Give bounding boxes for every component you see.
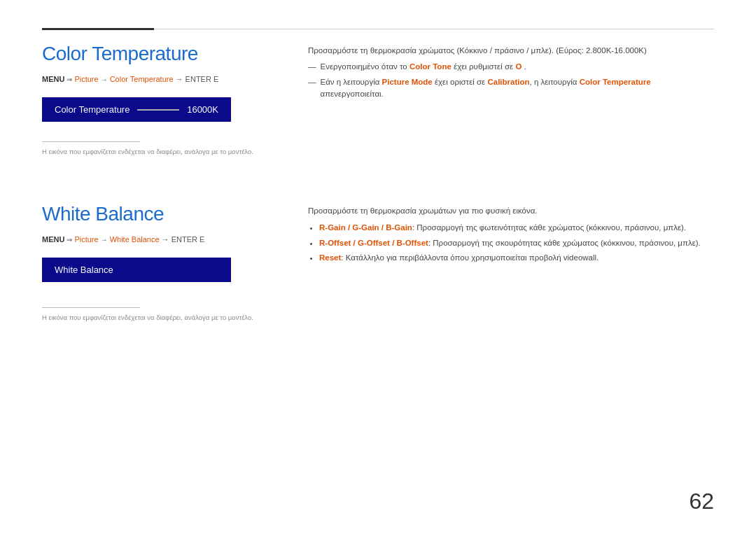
wb-bullet-1: R-Gain / G-Gain / B-Gain: Προσαρμογή της… <box>319 221 714 234</box>
color-temperature-left: Color Temperature MENU ⇒ Picture → Color… <box>42 43 280 127</box>
section-gap <box>42 182 714 190</box>
color-temperature-preview: Color Temperature 16000K <box>42 97 231 122</box>
wb-divider <box>42 307 140 308</box>
ct-note2: Εάν η λειτουργία Picture Mode έχει οριστ… <box>308 76 714 101</box>
menu-wb-link: White Balance <box>110 235 160 244</box>
wb-bullet-2: R-Offset / G-Offset / B-Offset: Προσαρμο… <box>319 237 714 249</box>
wb-bullet-2-text: : Προσαρμογή της σκουρότητας κάθε χρώματ… <box>428 239 701 247</box>
ct-desc-main: Προσαρμόστε τη θερμοκρασία χρώματος (Κόκ… <box>308 44 714 57</box>
menu-arrow-wb: ⇒ <box>66 236 72 244</box>
preview-ct-value: 16000K <box>187 104 218 115</box>
white-balance-section: White Balance MENU ⇒ Picture → White Bal… <box>42 203 714 288</box>
menu-picture-ct: Picture <box>74 75 98 83</box>
wb-bullet-1-link: R-Gain / G-Gain / B-Gain <box>319 223 412 232</box>
menu-ct-link: Color Temperature <box>110 75 174 83</box>
ct-divider <box>42 141 140 142</box>
menu-arrow-ct: ⇒ <box>66 76 72 83</box>
menu-label-ct: MENU <box>42 75 64 83</box>
white-balance-menu-path: MENU ⇒ Picture → White Balance → ENTER E <box>42 235 280 244</box>
wb-bullet-3-text: : Κατάλληλο για περιβάλλοντα όπου χρησιμ… <box>341 253 598 262</box>
bar-line <box>137 109 179 111</box>
wb-bullet-3-link: Reset <box>319 253 341 262</box>
top-decorative-lines <box>42 28 714 30</box>
wb-bullet-list: R-Gain / G-Gain / B-Gain: Προσαρμογή της… <box>308 221 714 264</box>
wb-footer-note: Η εικόνα που εμφανίζεται ενδέχεται να δι… <box>42 314 280 321</box>
top-line-dark <box>42 28 154 30</box>
page-container: Color Temperature MENU ⇒ Picture → Color… <box>0 0 756 534</box>
color-temperature-menu-path: MENU ⇒ Picture → Color Temperature → ENT… <box>42 75 280 83</box>
wb-bullet-2-link: R-Offset / G-Offset / B-Offset <box>319 239 428 247</box>
preview-wb-label: White Balance <box>55 265 113 275</box>
white-balance-left: White Balance MENU ⇒ Picture → White Bal… <box>42 203 280 288</box>
color-temperature-title: Color Temperature <box>42 43 280 65</box>
menu-label-wb: MENU <box>42 235 64 244</box>
wb-bullet-1-text: : Προσαρμογή της φωτεινότητας κάθε χρώμα… <box>412 223 686 232</box>
menu-picture-wb: Picture <box>74 235 98 244</box>
color-temperature-right: Προσαρμόστε τη θερμοκρασία χρώματος (Κόκ… <box>308 43 714 127</box>
preview-ct-bar <box>137 109 179 111</box>
ct-note1: Ενεργοποιημένο όταν το Color Tone έχει ρ… <box>308 61 714 73</box>
white-balance-right: Προσαρμόστε τη θερμοκρασία χρωμάτων για … <box>308 203 714 288</box>
preview-ct-label: Color Temperature <box>55 104 130 115</box>
wb-bullet-3: Reset: Κατάλληλο για περιβάλλοντα όπου χ… <box>319 251 714 264</box>
top-line-light <box>154 29 714 29</box>
color-temperature-section: Color Temperature MENU ⇒ Picture → Color… <box>42 43 714 127</box>
page-number: 62 <box>689 489 714 514</box>
white-balance-title: White Balance <box>42 203 280 225</box>
ct-footer-note: Η εικόνα που εμφανίζεται ενδέχεται να δι… <box>42 148 280 155</box>
white-balance-preview: White Balance <box>42 258 231 282</box>
wb-desc-main: Προσαρμόστε τη θερμοκρασία χρωμάτων για … <box>308 204 714 217</box>
